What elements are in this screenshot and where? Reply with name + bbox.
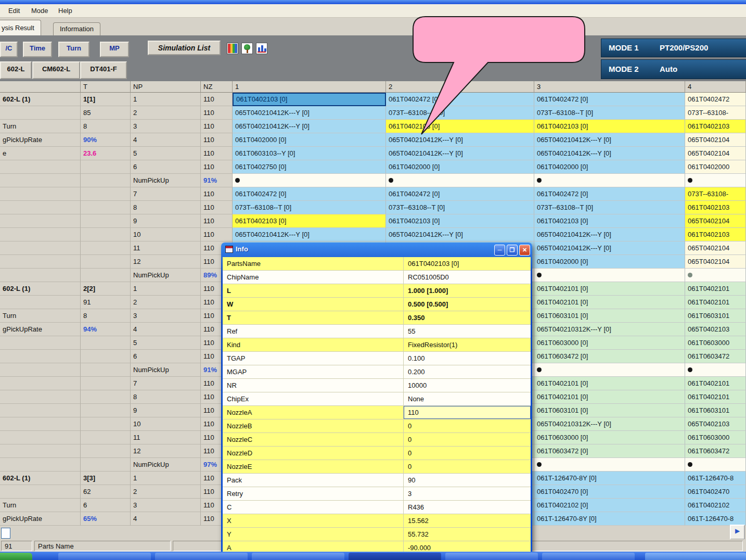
info-field-value[interactable]: R436	[404, 501, 531, 514]
grid-cell[interactable]: 061T0402000 [0]	[386, 160, 534, 174]
grid-cell[interactable]: 061T0402472 [0]	[534, 93, 685, 106]
grid-cell[interactable]: 061T-126470-8Y [0]	[534, 472, 685, 485]
grid-cell[interactable]: 065T0402104	[685, 241, 746, 255]
grid-cell[interactable]: 061T0603103--Y [0]	[233, 147, 386, 160]
grid-cell[interactable]: 061T0402102 [0]	[534, 499, 685, 512]
grid-cell[interactable]: 061T0603101 [0]	[534, 309, 685, 323]
info-field-value[interactable]: 0	[404, 447, 531, 460]
grid-cell[interactable]: 061T0402103 [0]	[233, 214, 386, 228]
grid-cell[interactable]: 061T0402103 [0]	[386, 120, 534, 133]
grid-cell[interactable]: 065T040210412K---Y [0]	[233, 120, 386, 133]
toolbar-button-mp[interactable]: MP	[100, 42, 129, 57]
taskbar-button[interactable]	[445, 553, 538, 560]
grid-cell[interactable]: 065T040210412K---Y [0]	[233, 106, 386, 120]
grid-cell[interactable]: 061T0402101	[685, 296, 746, 309]
grid-cell[interactable]: 061T0402101 [0]	[534, 282, 685, 296]
grid-cell[interactable]	[534, 269, 685, 282]
grid-cell[interactable]	[534, 458, 685, 472]
grid-cell[interactable]: 065T0402104	[685, 255, 746, 269]
toolbar-button-c[interactable]: /C	[0, 42, 18, 57]
grid-cell[interactable]: 061T-126470-8Y [0]	[534, 512, 685, 526]
grid-cell[interactable]	[534, 174, 685, 187]
menu-help[interactable]: Help	[54, 4, 76, 17]
info-field-value[interactable]: 90	[404, 474, 531, 487]
grid-cell[interactable]: 061T0402101 [0]	[534, 390, 685, 404]
grid-cell[interactable]: 061T0603472 [0]	[534, 350, 685, 363]
grid-cell[interactable]: 065T040210412K---Y [0]	[534, 147, 685, 160]
grid-cell[interactable]: 061T0402101	[685, 377, 746, 390]
machine-tab-602-l[interactable]: 602-L	[0, 61, 32, 79]
info-field-value[interactable]: 0	[404, 419, 531, 433]
grid-cell[interactable]: 061T0402470	[685, 485, 746, 499]
grid-cell[interactable]: 061T0402000 [0]	[534, 160, 685, 174]
grid-cell[interactable]: 065T040210412K---Y [0]	[386, 228, 534, 241]
grid-cell[interactable]: 073T--63108-	[685, 187, 746, 201]
grid-cell[interactable]: 065T040210412K---Y [0]	[386, 147, 534, 160]
grid-cell[interactable]: 061T0402101	[685, 282, 746, 296]
grid-cell-selected[interactable]: 061T0402103 [0]	[233, 93, 386, 106]
grid-cell[interactable]: 061T0603000 [0]	[534, 336, 685, 350]
grid-cell[interactable]: 061T0402103 [0]	[386, 214, 534, 228]
grid-cell[interactable]: 061T0402101	[685, 390, 746, 404]
grid-cell[interactable]: 065T0402103	[685, 417, 746, 431]
grid-cell[interactable]: 061T0603101	[685, 309, 746, 323]
grid-cell[interactable]	[233, 174, 386, 187]
grid-cell[interactable]: 061T0402101 [0]	[534, 377, 685, 390]
tree-icon[interactable]	[241, 43, 253, 54]
grid-cell[interactable]: 061T0603472	[685, 444, 746, 458]
grid-cell[interactable]	[386, 174, 534, 187]
taskbar-button[interactable]	[58, 553, 151, 560]
grid-cell[interactable]: 061T-126470-8	[685, 512, 746, 526]
simulation-list-button[interactable]: Simulation List	[148, 41, 221, 55]
info-field-value[interactable]: None	[404, 392, 531, 406]
grid-cell[interactable]: 061T0603000	[685, 431, 746, 444]
grid-cell[interactable]: 065T0402104	[685, 147, 746, 160]
grid-cell[interactable]: 073T--63108--T [0]	[534, 201, 685, 214]
grid-cell[interactable]: 073T--63108-	[685, 106, 746, 120]
grid-cell[interactable]: 061T0402103	[685, 201, 746, 214]
grid-cell[interactable]: 065T040210412K---Y [0]	[233, 228, 386, 241]
grid-cell[interactable]: 061T0402472 [0]	[534, 187, 685, 201]
info-field-value[interactable]: 061T0402103 [0]	[404, 257, 531, 271]
grid-cell[interactable]: 065T040210312K---Y [0]	[534, 323, 685, 336]
grid-cell[interactable]: 061T0402472 [0]	[386, 187, 534, 201]
grid-cell[interactable]: 061T0402472 [0]	[386, 93, 534, 106]
info-field-value[interactable]: 0.200	[404, 365, 531, 379]
grid-cell[interactable]: 073T--63108--T [0]	[534, 106, 685, 120]
scrollbar-thumb[interactable]	[1, 528, 10, 539]
taskbar-button[interactable]	[542, 553, 635, 560]
grid-cell[interactable]	[534, 363, 685, 377]
tab-information[interactable]: Information	[53, 22, 100, 35]
info-field-value[interactable]: 0	[404, 433, 531, 447]
info-field-value[interactable]: 0.100	[404, 352, 531, 365]
info-field-value[interactable]: 1.000 [1.000]	[404, 284, 531, 298]
scroll-arrow-button[interactable]: ▶	[730, 525, 745, 540]
grid-cell[interactable]: 061T0603000	[685, 336, 746, 350]
grid-cell[interactable]: 061T0402103 [0]	[534, 120, 685, 133]
grid-cell[interactable]: 061T0603101	[685, 404, 746, 417]
grid-cell[interactable]: 061T0402000 [0]	[233, 133, 386, 147]
close-icon[interactable]: ✕	[519, 245, 530, 256]
grid-cell[interactable]: 065T040210312K---Y [0]	[534, 417, 685, 431]
machine-tab-dt401-f[interactable]: DT401-F	[80, 61, 127, 79]
grid-cell[interactable]: 065T040210412K---Y [0]	[386, 133, 534, 147]
info-field-value[interactable]: 110	[404, 406, 531, 419]
grid-cell[interactable]: 061T0402103 [0]	[534, 214, 685, 228]
grid-cell[interactable]: 073T--63108--T [0]	[386, 201, 534, 214]
gradient-icon[interactable]	[227, 43, 238, 54]
grid-cell[interactable]	[685, 269, 746, 282]
maximize-button[interactable]: ❐	[507, 245, 518, 256]
info-field-value[interactable]: RC051005D0	[404, 271, 531, 284]
grid-cell[interactable]: 065T040210412K---Y [0]	[534, 228, 685, 241]
info-field-value[interactable]: 0.350	[404, 311, 531, 325]
info-field-value[interactable]: 3	[404, 487, 531, 501]
menu-mode[interactable]: Mode	[27, 4, 53, 17]
grid-cell[interactable]: 065T0402104	[685, 133, 746, 147]
tab-analysis-result[interactable]: ysis Result	[0, 20, 41, 35]
grid-cell[interactable]: 061T0603101 [0]	[534, 404, 685, 417]
start-button[interactable]	[0, 553, 32, 560]
grid-cell[interactable]: 073T--63108--T [0]	[233, 201, 386, 214]
grid-cell[interactable]: 061T0603472	[685, 350, 746, 363]
grid-cell[interactable]: 061T0402101 [0]	[534, 296, 685, 309]
grid-cell[interactable]: 061T-126470-8	[685, 472, 746, 485]
